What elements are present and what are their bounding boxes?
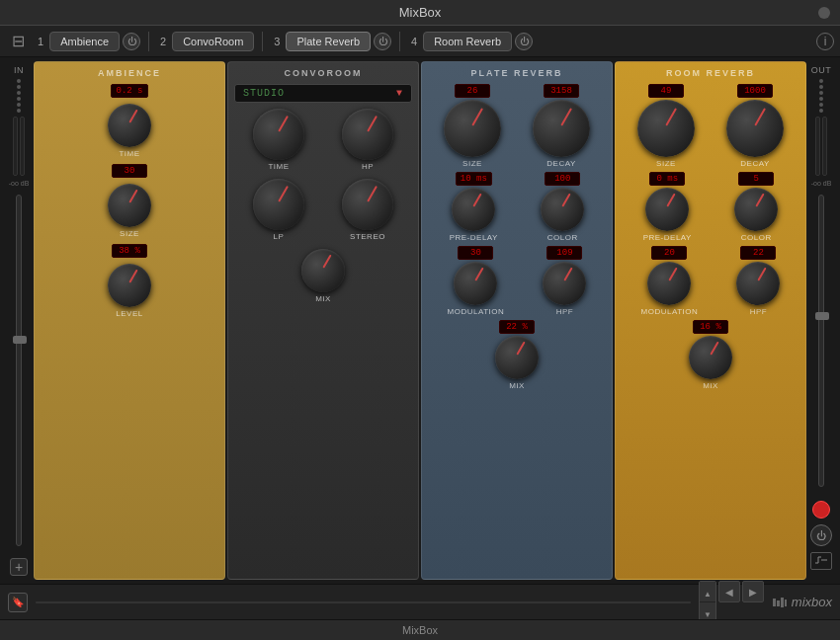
scroll-up[interactable]: ▲: [700, 582, 715, 602]
convoroom-hp-knob[interactable]: [342, 109, 393, 160]
room-decay-display: 1000: [737, 84, 773, 98]
nav-forward-button[interactable]: ▶: [742, 581, 764, 602]
room-color-label: COLOR: [741, 233, 772, 242]
plate-predelay-knob[interactable]: [452, 188, 495, 231]
convoroom-time-container: TIME: [253, 109, 304, 171]
close-button[interactable]: [818, 7, 830, 19]
plate-mix-container: 22 % MIX: [495, 320, 539, 390]
room-mod-knob[interactable]: [647, 262, 691, 305]
nav-back-button[interactable]: ◀: [718, 581, 740, 602]
bottom-left-controls: 🔖: [8, 593, 28, 612]
right-controls: ⏻: [808, 495, 834, 576]
transport-controls: ▲ ▼ ◀ ▶: [699, 581, 764, 623]
room-row1: 49 SIZE 1000 DECAY: [622, 84, 799, 168]
ambience-size-knob[interactable]: [108, 184, 151, 227]
room-row2: 0 ms PRE-DELAY 5 COLOR: [622, 172, 799, 242]
plate-size-knob[interactable]: [444, 100, 501, 157]
plate-hpf-knob[interactable]: [543, 262, 586, 305]
tab-plate-reverb[interactable]: Plate Reverb: [286, 32, 371, 51]
tab-room-reverb[interactable]: Room Reverb: [423, 32, 512, 51]
sep-2: [262, 32, 263, 51]
right-io-strip: OUT -oo dB ⏻: [806, 61, 836, 580]
convoroom-hp-container: HP: [342, 109, 393, 171]
room-predelay-display: 0 ms: [649, 172, 685, 186]
plate-size-label: SIZE: [462, 159, 482, 168]
ambience-level-label: LEVEL: [116, 309, 142, 318]
plate-predelay-container: 10 ms PRE-DELAY: [450, 172, 498, 242]
svg-rect-7: [781, 598, 784, 607]
plate-decay-knob[interactable]: [533, 100, 590, 157]
tab-ambience[interactable]: Ambience: [49, 32, 120, 51]
tab-group-4: 4 Room Reverb ⏻: [408, 32, 533, 51]
plate-mix-knob[interactable]: [495, 336, 539, 379]
nav-icon[interactable]: ⊟: [6, 30, 31, 52]
plate-color-display: 100: [545, 172, 580, 186]
convoroom-lp-label: LP: [274, 232, 285, 241]
room-mix-row: 16 % MIX: [622, 320, 799, 390]
room-reverb-inner: 49 SIZE 1000 DECAY 0 ms PRE-DE: [622, 84, 799, 573]
plate-color-knob[interactable]: [541, 188, 584, 231]
ambience-level-knob[interactable]: [108, 264, 151, 307]
tab-power-4[interactable]: ⏻: [515, 33, 533, 50]
room-decay-knob[interactable]: [726, 100, 784, 157]
convoroom-preset-dropdown[interactable]: STUDIO ▼: [234, 84, 412, 103]
left-fader[interactable]: [16, 195, 22, 546]
room-size-display: 49: [648, 84, 684, 98]
convoroom-time-label: TIME: [268, 162, 289, 171]
ambience-level-knob-container: LEVEL: [108, 264, 151, 318]
ambience-time-knob[interactable]: [108, 104, 151, 147]
add-button[interactable]: +: [10, 558, 28, 576]
power-button[interactable]: ⏻: [810, 524, 832, 546]
convoroom-stereo-knob[interactable]: [342, 179, 393, 230]
left-io-strip: IN -oo dB +: [4, 61, 34, 580]
dropdown-arrow-icon: ▼: [396, 88, 403, 99]
convoroom-mix-knob[interactable]: [301, 249, 345, 292]
plate-size-display: 26: [455, 84, 490, 98]
room-size-label: SIZE: [656, 159, 676, 168]
main-area: IN -oo dB + AMBIENCE 0.2 s: [0, 57, 840, 584]
plate-row1: 26 SIZE 3158 DECAY: [428, 84, 606, 168]
room-size-knob[interactable]: [637, 100, 695, 157]
svg-rect-6: [777, 600, 780, 606]
sep-1: [148, 32, 149, 51]
room-hpf-knob[interactable]: [736, 262, 780, 305]
plate-row2: 10 ms PRE-DELAY 100 COLOR: [428, 172, 606, 242]
window-title: MixBox: [399, 5, 442, 20]
panels-container: AMBIENCE 0.2 s TIME 30 SIZE: [34, 61, 806, 580]
scroll-controls[interactable]: ▲ ▼: [699, 581, 716, 623]
room-mix-label: MIX: [703, 381, 718, 390]
tab-num-1: 1: [35, 36, 46, 47]
tab-group-1: 1 Ambience ⏻: [35, 32, 140, 51]
right-fader[interactable]: [818, 195, 824, 487]
convoroom-time-knob[interactable]: [253, 109, 304, 160]
tab-convoroom[interactable]: ConvoRoom: [172, 32, 254, 51]
room-color-knob[interactable]: [734, 188, 778, 231]
tab-group-2: 2 ConvoRoom: [157, 32, 254, 51]
plate-mod-knob[interactable]: [454, 262, 497, 305]
convoroom-lp-knob[interactable]: [253, 179, 304, 230]
out-label: OUT: [811, 65, 832, 75]
plate-mix-row: 22 % MIX: [428, 320, 606, 390]
bookmark-button[interactable]: 🔖: [8, 593, 28, 612]
plate-mod-container: 30 MODULATION: [448, 246, 505, 316]
room-size-container: 49 SIZE: [637, 84, 695, 168]
convoroom-panel: CONVOROOM STUDIO ▼ TIME HP: [227, 61, 419, 580]
plate-reverb-title: PLATE REVERB: [428, 68, 606, 78]
plate-decay-container: 3158 DECAY: [533, 84, 590, 168]
record-button[interactable]: [812, 501, 830, 519]
eq-button[interactable]: [810, 552, 832, 570]
info-button[interactable]: i: [816, 33, 834, 50]
status-bar: MixBox: [0, 619, 840, 640]
room-mix-knob[interactable]: [689, 336, 732, 379]
ambience-time-label: TIME: [119, 149, 139, 158]
convoroom-hp-label: HP: [362, 162, 374, 171]
left-meter: [13, 117, 25, 176]
status-title: MixBox: [402, 624, 438, 636]
plate-color-container: 100 COLOR: [541, 172, 584, 242]
room-mod-container: 20 MODULATION: [641, 246, 699, 316]
room-predelay-knob[interactable]: [645, 188, 689, 231]
tab-power-3[interactable]: ⏻: [374, 33, 391, 50]
tab-power-1[interactable]: ⏻: [123, 33, 140, 50]
convoroom-mix-label: MIX: [315, 294, 331, 303]
right-meter: [815, 117, 827, 176]
